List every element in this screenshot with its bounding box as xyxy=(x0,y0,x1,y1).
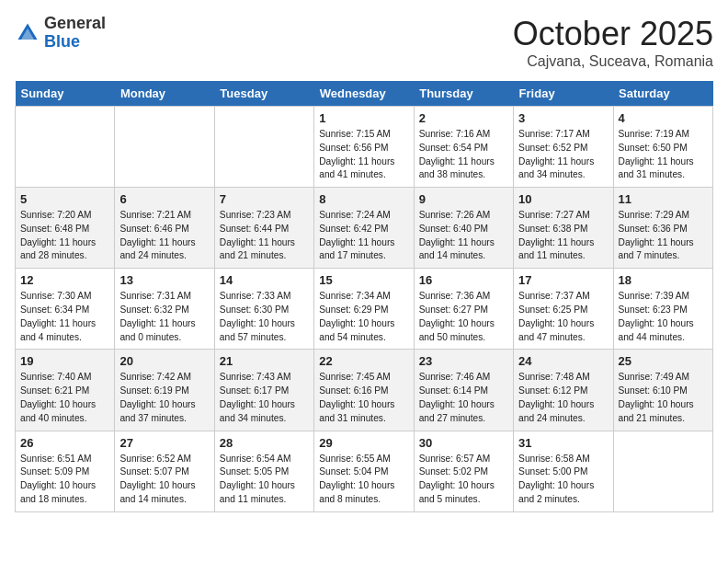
day-info: Sunrise: 7:36 AM Sunset: 6:27 PM Dayligh… xyxy=(419,290,508,344)
calendar-cell: 24Sunrise: 7:48 AM Sunset: 6:12 PM Dayli… xyxy=(514,350,613,431)
calendar-cell: 31Sunrise: 6:58 AM Sunset: 5:00 PM Dayli… xyxy=(514,431,613,511)
day-number: 5 xyxy=(20,192,109,206)
calendar-cell: 30Sunrise: 6:57 AM Sunset: 5:02 PM Dayli… xyxy=(414,431,513,511)
day-info: Sunrise: 7:29 AM Sunset: 6:36 PM Dayligh… xyxy=(619,209,708,263)
day-number: 23 xyxy=(419,354,508,368)
day-number: 3 xyxy=(518,111,608,125)
calendar-cell: 26Sunrise: 6:51 AM Sunset: 5:09 PM Dayli… xyxy=(16,431,115,511)
day-info: Sunrise: 7:48 AM Sunset: 6:12 PM Dayligh… xyxy=(518,371,608,425)
calendar-header-row: SundayMondayTuesdayWednesdayThursdayFrid… xyxy=(16,81,713,107)
calendar-cell: 10Sunrise: 7:27 AM Sunset: 6:38 PM Dayli… xyxy=(514,188,613,269)
calendar-cell: 15Sunrise: 7:34 AM Sunset: 6:29 PM Dayli… xyxy=(314,269,414,350)
day-info: Sunrise: 7:27 AM Sunset: 6:38 PM Dayligh… xyxy=(518,209,608,263)
day-number: 17 xyxy=(518,273,608,287)
header-thursday: Thursday xyxy=(414,81,513,107)
day-number: 31 xyxy=(518,436,608,450)
calendar-cell: 20Sunrise: 7:42 AM Sunset: 6:19 PM Dayli… xyxy=(115,350,214,431)
day-info: Sunrise: 7:39 AM Sunset: 6:23 PM Dayligh… xyxy=(619,290,708,344)
day-number: 4 xyxy=(619,111,708,125)
day-number: 27 xyxy=(119,436,209,450)
calendar-cell: 16Sunrise: 7:36 AM Sunset: 6:27 PM Dayli… xyxy=(414,269,513,350)
day-number: 29 xyxy=(319,436,408,450)
calendar-cell: 23Sunrise: 7:46 AM Sunset: 6:14 PM Dayli… xyxy=(414,350,513,431)
day-info: Sunrise: 7:40 AM Sunset: 6:21 PM Dayligh… xyxy=(20,371,109,425)
day-number: 15 xyxy=(319,273,408,287)
day-number: 30 xyxy=(419,436,508,450)
calendar-cell: 4Sunrise: 7:19 AM Sunset: 6:50 PM Daylig… xyxy=(613,107,712,188)
calendar-cell: 9Sunrise: 7:26 AM Sunset: 6:40 PM Daylig… xyxy=(414,188,513,269)
week-row-4: 19Sunrise: 7:40 AM Sunset: 6:21 PM Dayli… xyxy=(16,350,713,431)
week-row-5: 26Sunrise: 6:51 AM Sunset: 5:09 PM Dayli… xyxy=(16,431,713,511)
day-info: Sunrise: 6:55 AM Sunset: 5:04 PM Dayligh… xyxy=(319,453,408,507)
calendar-cell: 5Sunrise: 7:20 AM Sunset: 6:48 PM Daylig… xyxy=(16,188,115,269)
logo-general: General xyxy=(44,15,106,33)
logo-icon xyxy=(15,20,40,46)
day-info: Sunrise: 6:51 AM Sunset: 5:09 PM Dayligh… xyxy=(20,453,109,507)
day-number: 22 xyxy=(319,354,408,368)
day-number: 20 xyxy=(119,354,209,368)
day-info: Sunrise: 7:30 AM Sunset: 6:34 PM Dayligh… xyxy=(20,290,109,344)
calendar-cell: 21Sunrise: 7:43 AM Sunset: 6:17 PM Dayli… xyxy=(214,350,313,431)
calendar-table: SundayMondayTuesdayWednesdayThursdayFrid… xyxy=(15,81,713,512)
day-info: Sunrise: 7:34 AM Sunset: 6:29 PM Dayligh… xyxy=(319,290,408,344)
header-tuesday: Tuesday xyxy=(214,81,313,107)
day-number: 12 xyxy=(20,273,109,287)
day-info: Sunrise: 7:46 AM Sunset: 6:14 PM Dayligh… xyxy=(419,371,508,425)
day-number: 11 xyxy=(619,192,708,206)
calendar-cell: 6Sunrise: 7:21 AM Sunset: 6:46 PM Daylig… xyxy=(115,188,214,269)
calendar-cell xyxy=(115,107,214,188)
day-info: Sunrise: 6:57 AM Sunset: 5:02 PM Dayligh… xyxy=(419,453,508,507)
day-number: 6 xyxy=(119,192,209,206)
day-info: Sunrise: 7:21 AM Sunset: 6:46 PM Dayligh… xyxy=(119,209,209,263)
day-info: Sunrise: 7:45 AM Sunset: 6:16 PM Dayligh… xyxy=(319,371,408,425)
month-title: October 2025 xyxy=(513,15,713,53)
day-info: Sunrise: 6:52 AM Sunset: 5:07 PM Dayligh… xyxy=(119,453,209,507)
day-info: Sunrise: 6:58 AM Sunset: 5:00 PM Dayligh… xyxy=(518,453,608,507)
calendar-cell: 18Sunrise: 7:39 AM Sunset: 6:23 PM Dayli… xyxy=(613,269,712,350)
day-info: Sunrise: 6:54 AM Sunset: 5:05 PM Dayligh… xyxy=(220,453,309,507)
logo-blue: Blue xyxy=(44,33,106,52)
calendar-cell xyxy=(214,107,313,188)
day-number: 18 xyxy=(619,273,708,287)
day-number: 7 xyxy=(220,192,309,206)
day-number: 26 xyxy=(20,436,109,450)
day-number: 14 xyxy=(220,273,309,287)
day-info: Sunrise: 7:16 AM Sunset: 6:54 PM Dayligh… xyxy=(419,128,508,182)
calendar-cell: 28Sunrise: 6:54 AM Sunset: 5:05 PM Dayli… xyxy=(214,431,313,511)
calendar-cell: 22Sunrise: 7:45 AM Sunset: 6:16 PM Dayli… xyxy=(314,350,414,431)
page-header: General Blue October 2025 Cajvana, Sucea… xyxy=(15,15,713,70)
day-info: Sunrise: 7:42 AM Sunset: 6:19 PM Dayligh… xyxy=(119,371,209,425)
calendar-cell: 29Sunrise: 6:55 AM Sunset: 5:04 PM Dayli… xyxy=(314,431,414,511)
day-number: 21 xyxy=(220,354,309,368)
day-number: 10 xyxy=(518,192,608,206)
week-row-3: 12Sunrise: 7:30 AM Sunset: 6:34 PM Dayli… xyxy=(16,269,713,350)
header-saturday: Saturday xyxy=(613,81,712,107)
calendar-cell: 8Sunrise: 7:24 AM Sunset: 6:42 PM Daylig… xyxy=(314,188,414,269)
calendar-cell: 25Sunrise: 7:49 AM Sunset: 6:10 PM Dayli… xyxy=(613,350,712,431)
day-number: 8 xyxy=(319,192,408,206)
title-block: October 2025 Cajvana, Suceava, Romania xyxy=(513,15,713,70)
day-info: Sunrise: 7:26 AM Sunset: 6:40 PM Dayligh… xyxy=(419,209,508,263)
calendar-cell: 2Sunrise: 7:16 AM Sunset: 6:54 PM Daylig… xyxy=(414,107,513,188)
week-row-1: 1Sunrise: 7:15 AM Sunset: 6:56 PM Daylig… xyxy=(16,107,713,188)
week-row-2: 5Sunrise: 7:20 AM Sunset: 6:48 PM Daylig… xyxy=(16,188,713,269)
day-info: Sunrise: 7:49 AM Sunset: 6:10 PM Dayligh… xyxy=(619,371,708,425)
calendar-cell: 14Sunrise: 7:33 AM Sunset: 6:30 PM Dayli… xyxy=(214,269,313,350)
calendar-cell: 17Sunrise: 7:37 AM Sunset: 6:25 PM Dayli… xyxy=(514,269,613,350)
day-info: Sunrise: 7:33 AM Sunset: 6:30 PM Dayligh… xyxy=(220,290,309,344)
day-number: 25 xyxy=(619,354,708,368)
day-number: 9 xyxy=(419,192,508,206)
logo-text: General Blue xyxy=(44,15,106,52)
calendar-cell xyxy=(613,431,712,511)
day-info: Sunrise: 7:37 AM Sunset: 6:25 PM Dayligh… xyxy=(518,290,608,344)
calendar-cell: 1Sunrise: 7:15 AM Sunset: 6:56 PM Daylig… xyxy=(314,107,414,188)
day-number: 1 xyxy=(319,111,408,125)
calendar-cell: 27Sunrise: 6:52 AM Sunset: 5:07 PM Dayli… xyxy=(115,431,214,511)
day-number: 28 xyxy=(220,436,309,450)
day-info: Sunrise: 7:19 AM Sunset: 6:50 PM Dayligh… xyxy=(619,128,708,182)
logo: General Blue xyxy=(15,15,106,52)
day-info: Sunrise: 7:24 AM Sunset: 6:42 PM Dayligh… xyxy=(319,209,408,263)
calendar-cell: 19Sunrise: 7:40 AM Sunset: 6:21 PM Dayli… xyxy=(16,350,115,431)
calendar-cell: 12Sunrise: 7:30 AM Sunset: 6:34 PM Dayli… xyxy=(16,269,115,350)
day-info: Sunrise: 7:17 AM Sunset: 6:52 PM Dayligh… xyxy=(518,128,608,182)
